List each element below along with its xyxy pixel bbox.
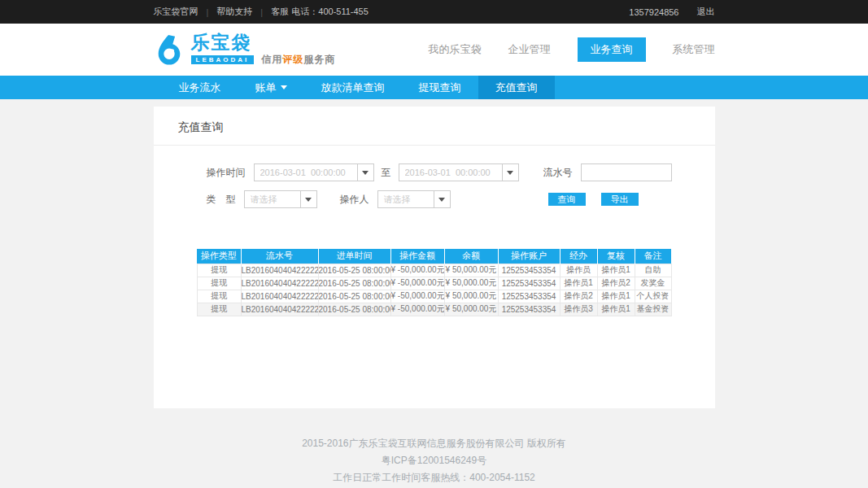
help-support-link[interactable]: 帮助支持	[216, 6, 252, 18]
table-header-cell: 经办	[560, 249, 597, 264]
table-cell: 发奖金	[635, 277, 671, 290]
separator: |	[260, 7, 263, 17]
header: 乐宝袋 LEBAODAI 信用评级服务商 我的乐宝袋 企业管理 业务查询 系统管…	[0, 24, 868, 76]
results-table: 操作类型流水号进单时间操作金额余额操作账户经办复核备注 提现LB20160404…	[197, 249, 672, 316]
operator-select[interactable]	[377, 190, 434, 208]
table-header-cell: 操作金额	[390, 249, 444, 264]
type-select[interactable]	[244, 190, 301, 208]
type-filter-label: 类 型	[207, 193, 236, 207]
table-cell: 2016-05-25 08:00:00	[318, 303, 390, 316]
table-cell: 操作员1	[597, 290, 635, 303]
table-cell: LB2016040404222222	[241, 277, 318, 290]
footer: 2015-2016广东乐宝袋互联网信息服务股份有限公司 版权所有 粤ICP备12…	[0, 408, 868, 488]
table-cell: 操作员1	[597, 303, 635, 316]
lebaodai-logo-icon	[154, 34, 185, 65]
logo-text: 乐宝袋 LEBAODAI 信用评级服务商	[191, 33, 336, 67]
table-header-cell: 备注	[635, 249, 671, 264]
time-filter-label: 操作时间	[207, 166, 246, 180]
page-title-wrap: 充值查询	[154, 107, 715, 146]
table-cell: 操作员2	[560, 290, 597, 303]
time-from-dropdown-button[interactable]	[357, 163, 374, 181]
table-cell: LB2016040404222222	[241, 303, 318, 316]
official-site-link[interactable]: 乐宝袋官网	[154, 6, 198, 18]
account-number: 1357924856	[629, 7, 678, 17]
table-cell: ¥ -50,000.00元	[390, 290, 444, 303]
table-cell: 125253453354	[498, 303, 560, 316]
table-cell: 125253453354	[498, 277, 560, 290]
table-cell: 2016-05-25 08:00:00	[318, 290, 390, 303]
table-cell: 操作员	[560, 264, 597, 277]
table-cell: LB2016040404222222	[241, 290, 318, 303]
table-cell: 自助	[635, 264, 671, 277]
table-header-cell: 进单时间	[318, 249, 390, 264]
service-phone: 客服 电话：400-511-455	[271, 6, 369, 18]
subnav-withdraw-query[interactable]: 提现查询	[402, 76, 478, 99]
table-header-cell: 操作类型	[197, 249, 241, 264]
separator: |	[207, 7, 209, 17]
type-dropdown-button[interactable]	[300, 190, 317, 208]
page-body: 充值查询 操作时间 至 流水号 类 型	[0, 107, 868, 408]
tagline-part: 信用	[261, 54, 282, 65]
table-cell: 125253453354	[498, 264, 560, 277]
icp-line: 粤ICP备12001546249号	[0, 452, 868, 469]
operator-dropdown-button[interactable]	[434, 190, 451, 208]
export-button[interactable]: 导出	[601, 193, 639, 206]
table-cell: 基金投资	[635, 303, 671, 316]
topbar: 乐宝袋官网 | 帮助支持 | 客服 电话：400-511-455 1357924…	[0, 0, 868, 24]
subnav-bills[interactable]: 账单	[238, 76, 304, 99]
table-cell: 2016-05-25 08:00:00	[318, 277, 390, 290]
copyright-line: 2015-2016广东乐宝袋互联网信息服务股份有限公司 版权所有	[0, 435, 868, 452]
chevron-down-icon	[281, 85, 287, 89]
to-label: 至	[382, 166, 391, 180]
subnav-business-flow[interactable]: 业务流水	[162, 76, 238, 99]
table-cell: 提现	[197, 290, 241, 303]
nav-system-management[interactable]: 系统管理	[673, 42, 715, 57]
table-cell: 操作员1	[597, 264, 635, 277]
table-cell: 125253453354	[498, 290, 560, 303]
chevron-down-icon	[305, 198, 312, 202]
serial-filter-label: 流水号	[543, 166, 573, 180]
table-header-cell: 余额	[444, 249, 498, 264]
logo-title: 乐宝袋	[191, 33, 336, 52]
table-cell: 操作员1	[560, 277, 597, 290]
table-cell: ¥ 50,000.00元	[444, 277, 498, 290]
table-row: 提现LB20160404042222222016-05-25 08:00:00¥…	[197, 290, 671, 303]
chevron-down-icon	[438, 198, 445, 202]
table-cell: ¥ 50,000.00元	[444, 303, 498, 316]
table-row: 提现LB20160404042222222016-05-25 08:00:00¥…	[197, 303, 671, 316]
table-cell: ¥ 50,000.00元	[444, 290, 498, 303]
subnav-recharge-query[interactable]: 充值查询	[478, 76, 555, 99]
table-cell: ¥ -50,000.00元	[390, 303, 444, 316]
chevron-down-icon	[362, 171, 369, 175]
table-cell: 2016-05-25 08:00:00	[318, 264, 390, 277]
table-row: 提现LB20160404042222222016-05-25 08:00:00¥…	[197, 277, 671, 290]
subnav: 业务流水 账单 放款清单查询 提现查询 充值查询	[0, 76, 868, 99]
table-cell: 个人投资	[635, 290, 671, 303]
time-to-input[interactable]	[399, 163, 503, 181]
table-body: 提现LB20160404042222222016-05-25 08:00:00¥…	[197, 264, 671, 316]
nav-business-query[interactable]: 业务查询	[578, 37, 646, 62]
logo-tagline: 信用评级服务商	[261, 53, 335, 67]
table-cell: ¥ -50,000.00元	[390, 277, 444, 290]
serial-input[interactable]	[581, 163, 672, 181]
logout-button[interactable]: 退出	[697, 6, 715, 18]
main-nav: 我的乐宝袋 企业管理 业务查询 系统管理	[429, 37, 715, 62]
nav-enterprise-management[interactable]: 企业管理	[508, 42, 551, 57]
table-cell: ¥ 50,000.00元	[444, 264, 498, 277]
time-from-input[interactable]	[254, 163, 358, 181]
table-cell: 操作员2	[597, 277, 635, 290]
table-cell: LB2016040404222222	[241, 264, 318, 277]
query-button[interactable]: 查询	[548, 193, 586, 206]
table-header-row: 操作类型流水号进单时间操作金额余额操作账户经办复核备注	[197, 249, 671, 264]
table-cell: 提现	[197, 303, 241, 316]
logo: 乐宝袋 LEBAODAI 信用评级服务商	[154, 33, 336, 67]
table-header-cell: 复核	[597, 249, 635, 264]
table-header-cell: 流水号	[241, 249, 318, 264]
hotline-line: 工作日正常工作时间客服热线：400-2054-1152	[0, 469, 868, 486]
operator-filter-label: 操作人	[340, 193, 369, 207]
time-to-dropdown-button[interactable]	[502, 163, 519, 181]
nav-my-lebaodai[interactable]: 我的乐宝袋	[429, 42, 482, 57]
chevron-down-icon	[507, 171, 513, 175]
subnav-bills-label: 账单	[255, 76, 277, 99]
subnav-loan-list-query[interactable]: 放款清单查询	[304, 76, 402, 99]
